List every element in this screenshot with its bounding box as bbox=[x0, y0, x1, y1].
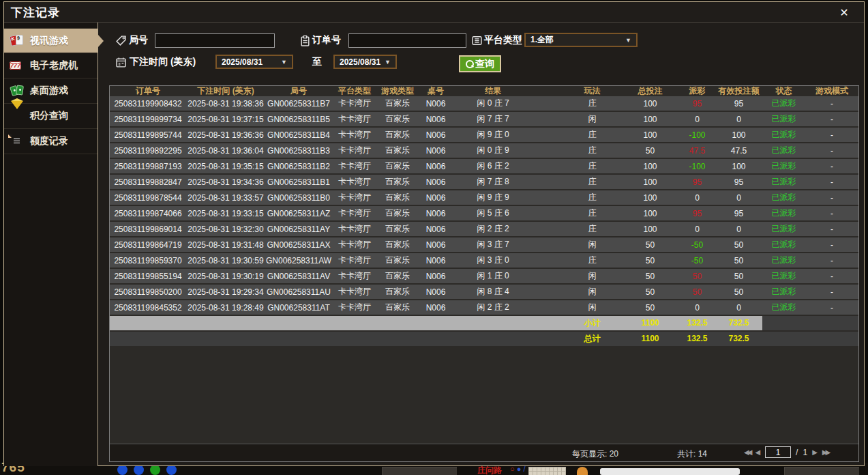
cell-total-bet: 100 bbox=[621, 225, 679, 234]
cell-order-id: 250831199869014 bbox=[110, 225, 186, 234]
sum-empty bbox=[110, 316, 186, 330]
cell-order-id: 250831199892295 bbox=[110, 146, 186, 156]
cell-order-id: 250831199878544 bbox=[110, 193, 186, 203]
cell-platform: 卡卡湾厅 bbox=[332, 286, 377, 298]
sidebar-item-credit-records[interactable]: 额度记录 bbox=[4, 129, 98, 154]
date-from-select[interactable]: 2025/08/31 ▼ bbox=[215, 55, 293, 69]
sidebar-item-points-query[interactable]: 积分查询 bbox=[4, 104, 98, 129]
cell-game-mode: - bbox=[805, 177, 858, 187]
cell-bet-time: 2025-08-31 19:28:49 bbox=[186, 303, 265, 313]
cell-game-type: 百家乐 bbox=[377, 286, 418, 298]
sum-empty bbox=[453, 332, 533, 346]
cell-total-bet: 50 bbox=[621, 287, 679, 297]
cell-bet-time: 2025-08-31 19:37:15 bbox=[186, 115, 265, 124]
lobby-chat-input bbox=[600, 468, 740, 475]
column-header: 订单号 bbox=[110, 85, 186, 97]
cell-payout: 50 bbox=[679, 287, 715, 297]
cell-game-type: 百家乐 bbox=[377, 302, 418, 313]
cell-status: 已派彩 bbox=[762, 270, 805, 282]
cell-play-side: 庄 bbox=[563, 145, 621, 156]
cell-payout: -100 bbox=[679, 130, 715, 140]
cell-status: 已派彩 bbox=[762, 145, 805, 156]
cell-platform: 卡卡湾厅 bbox=[332, 255, 377, 266]
table-row: 2508311998690142025-08-31 19:32:30GN0062… bbox=[110, 222, 858, 236]
cell-result: 闲 9 庄 9 bbox=[453, 192, 533, 203]
prev-page-icon[interactable]: ◀ bbox=[755, 448, 760, 456]
cell-valid-bet: 0 bbox=[715, 193, 762, 203]
cell-result: 闲 2 庄 2 bbox=[453, 302, 533, 313]
first-page-icon[interactable]: ◀◀ bbox=[744, 448, 750, 456]
cell-payout: 0 bbox=[679, 225, 715, 234]
column-header: 状态 bbox=[762, 85, 805, 97]
sum-value: 1100 bbox=[621, 332, 679, 346]
page-total: 1 bbox=[803, 448, 807, 457]
cell-total-bet: 100 bbox=[621, 193, 679, 203]
cell-payout: -50 bbox=[679, 256, 715, 265]
cell-game-type: 百家乐 bbox=[377, 98, 418, 109]
cell-game-mode: - bbox=[805, 225, 858, 234]
sum-empty bbox=[533, 332, 563, 346]
cell-bet-time: 2025-08-31 19:33:15 bbox=[186, 209, 265, 218]
cell-round-id: GN006258311AW bbox=[265, 256, 332, 265]
chevron-down-icon: ▼ bbox=[385, 59, 391, 66]
cell-game-type: 百家乐 bbox=[377, 223, 418, 235]
date-to-value: 2025/08/31 bbox=[340, 57, 380, 67]
sidebar-item-video-games[interactable]: K9 视讯游戏 bbox=[4, 28, 98, 53]
cell-order-id: 250831199895744 bbox=[110, 130, 186, 140]
cell-round-id: GN006258311AX bbox=[265, 240, 332, 250]
cell-play-side: 庄 bbox=[563, 98, 621, 109]
cell-game-type: 百家乐 bbox=[377, 113, 418, 125]
cell-game-type: 百家乐 bbox=[377, 270, 418, 282]
cell-table-no: N006 bbox=[418, 240, 453, 250]
cell-round-id: GN006258311AT bbox=[265, 303, 332, 313]
cell-bet-time: 2025-08-31 19:29:34 bbox=[186, 287, 265, 297]
cell-result: 闲 0 庄 9 bbox=[453, 145, 533, 156]
platform-type-select[interactable]: 1.全部 ▼ bbox=[524, 33, 638, 47]
cell-total-bet: 100 bbox=[621, 177, 679, 187]
cell-bet-time: 2025-08-31 19:36:36 bbox=[186, 130, 265, 140]
sum-empty bbox=[332, 316, 377, 330]
sum-value: 132.5 bbox=[679, 332, 715, 346]
cell-platform: 卡卡湾厅 bbox=[332, 207, 377, 219]
cell-game-type: 百家乐 bbox=[377, 160, 418, 172]
cell-status: 已派彩 bbox=[762, 192, 805, 203]
cell-payout: 50 bbox=[679, 272, 715, 281]
credit-record-icon bbox=[10, 134, 25, 148]
clipboard-icon bbox=[299, 35, 311, 46]
column-header: 平台类型 bbox=[332, 85, 377, 97]
page-number-input[interactable]: 1 bbox=[765, 446, 791, 458]
cell-bet-time: 2025-08-31 19:31:48 bbox=[186, 240, 265, 250]
cell-bet-time: 2025-08-31 19:30:59 bbox=[186, 256, 265, 265]
close-icon[interactable]: ✕ bbox=[837, 5, 852, 20]
cell-play-side: 庄 bbox=[563, 129, 621, 141]
sidebar-item-slots[interactable]: 777 电子老虎机 bbox=[4, 53, 98, 78]
sum-empty bbox=[186, 332, 265, 346]
sidebar-item-label: 电子老虎机 bbox=[30, 59, 78, 72]
cell-table-no: N006 bbox=[418, 177, 453, 187]
cell-order-id: 250831199887193 bbox=[110, 162, 186, 171]
cell-play-side: 闲 bbox=[563, 113, 621, 125]
table-row: 2508311998593702025-08-31 19:30:59GN0062… bbox=[110, 253, 858, 268]
sum-empty bbox=[805, 316, 858, 330]
column-header: 游戏模式 bbox=[805, 85, 858, 97]
order-id-input[interactable] bbox=[348, 33, 466, 48]
date-to-select[interactable]: 2025/08/31 ▼ bbox=[333, 55, 397, 69]
cell-game-type: 百家乐 bbox=[377, 255, 418, 266]
cell-play-side: 庄 bbox=[563, 160, 621, 172]
cell-platform: 卡卡湾厅 bbox=[332, 270, 377, 282]
cell-table-no: N006 bbox=[418, 115, 453, 124]
round-id-input[interactable] bbox=[155, 33, 275, 48]
cell-table-no: N006 bbox=[418, 99, 453, 109]
table-row: 2508311998871932025-08-31 19:35:15GN0062… bbox=[110, 159, 858, 173]
search-button[interactable]: 查询 bbox=[459, 55, 501, 72]
cell-order-id: 250831199855194 bbox=[110, 272, 186, 281]
cell-bet-time: 2025-08-31 19:30:19 bbox=[186, 272, 265, 281]
table-games-icon bbox=[10, 84, 25, 98]
cell-bet-time: 2025-08-31 19:35:15 bbox=[186, 162, 265, 171]
last-page-icon[interactable]: ▶▶ bbox=[822, 448, 828, 456]
cell-order-id: 250831199850200 bbox=[110, 287, 186, 297]
next-page-icon[interactable]: ▶ bbox=[812, 448, 818, 456]
cell-result: 闲 5 庄 6 bbox=[453, 207, 533, 219]
column-header: 下注时间 (美东) bbox=[186, 85, 265, 97]
cell-round-id: GN006258311AU bbox=[265, 287, 332, 297]
